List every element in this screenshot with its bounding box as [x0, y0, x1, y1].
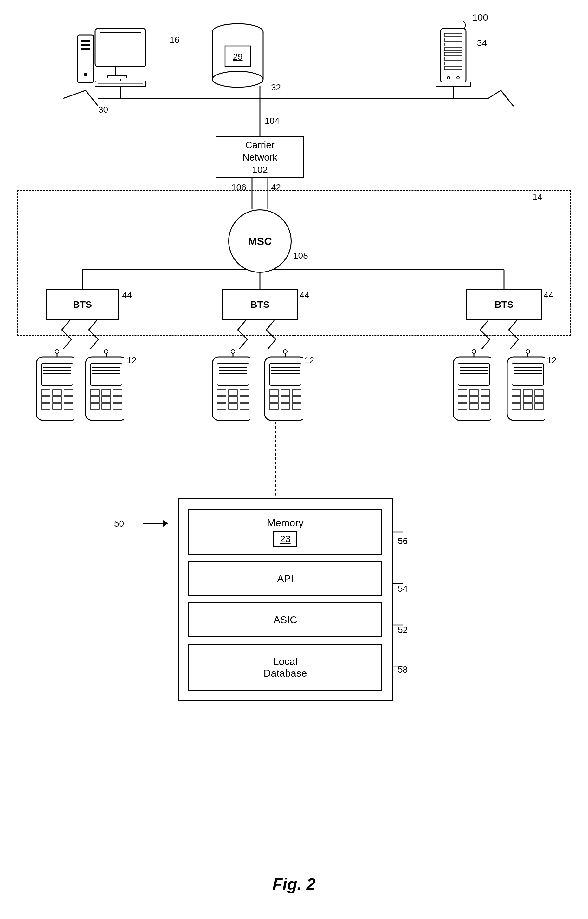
- carrier-network-num: 102: [242, 164, 277, 176]
- svg-rect-66: [53, 404, 61, 409]
- server-device: [431, 25, 475, 95]
- local-db-section: Local Database: [188, 643, 382, 691]
- svg-rect-116: [270, 397, 278, 402]
- svg-rect-119: [270, 404, 278, 409]
- carrier-network-box: Carrier Network 102: [216, 136, 304, 178]
- svg-rect-67: [64, 404, 73, 409]
- svg-rect-136: [481, 397, 490, 402]
- database-device: 29: [206, 16, 270, 95]
- svg-rect-82: [113, 397, 122, 402]
- svg-rect-64: [64, 397, 73, 402]
- phone-4: [258, 349, 303, 422]
- svg-rect-40: [444, 38, 462, 41]
- svg-line-3: [488, 91, 501, 98]
- asic-section: ASIC: [188, 602, 382, 637]
- section-lines: [393, 498, 412, 701]
- carrier-network-label: Carrier Network: [242, 139, 277, 164]
- svg-rect-63: [53, 397, 61, 402]
- svg-rect-154: [535, 397, 544, 402]
- svg-rect-114: [281, 389, 290, 395]
- svg-point-87: [231, 350, 235, 353]
- svg-rect-78: [102, 389, 111, 395]
- local-db-label: Local Database: [264, 656, 307, 679]
- svg-rect-21: [116, 66, 119, 76]
- svg-rect-157: [535, 404, 544, 409]
- label-44-mid: 44: [300, 290, 309, 300]
- svg-rect-103: [240, 404, 249, 409]
- svg-rect-44: [444, 57, 462, 60]
- svg-rect-43: [444, 52, 462, 55]
- svg-rect-59: [41, 389, 50, 395]
- svg-point-49: [457, 76, 459, 79]
- svg-rect-100: [240, 397, 249, 402]
- svg-rect-143: [512, 363, 544, 386]
- svg-rect-65: [41, 404, 50, 409]
- label-12-2: 12: [304, 355, 314, 365]
- svg-rect-152: [512, 397, 521, 402]
- svg-rect-89: [217, 363, 249, 386]
- svg-rect-71: [90, 363, 122, 386]
- label-44-left: 44: [122, 290, 132, 300]
- svg-rect-138: [470, 404, 478, 409]
- label-32: 32: [271, 83, 281, 92]
- svg-rect-95: [217, 389, 226, 395]
- label-34: 34: [477, 38, 487, 48]
- svg-rect-77: [90, 389, 99, 395]
- svg-rect-45: [444, 62, 462, 65]
- svg-rect-155: [512, 404, 521, 409]
- phone-3: [206, 349, 250, 422]
- svg-rect-83: [90, 404, 99, 409]
- device-box: Memory 23 API ASIC Local Database: [178, 498, 393, 701]
- label-14: 14: [533, 192, 542, 202]
- svg-point-51: [55, 350, 59, 353]
- svg-rect-47: [436, 82, 471, 87]
- svg-rect-125: [458, 363, 490, 386]
- memory-num-box: 23: [273, 532, 297, 546]
- label-100: 100: [472, 12, 488, 23]
- svg-point-48: [447, 76, 450, 79]
- svg-rect-153: [523, 397, 532, 402]
- svg-rect-121: [292, 404, 301, 409]
- svg-rect-107: [270, 363, 301, 386]
- svg-rect-41: [444, 43, 462, 46]
- label-44-right: 44: [544, 290, 554, 300]
- svg-rect-85: [113, 404, 122, 409]
- arrow-device: [143, 514, 181, 533]
- label-12-1: 12: [127, 355, 137, 365]
- svg-rect-22: [108, 76, 127, 78]
- svg-rect-62: [41, 397, 50, 402]
- svg-rect-134: [458, 397, 467, 402]
- svg-rect-80: [90, 397, 99, 402]
- svg-point-30: [84, 73, 87, 76]
- svg-rect-139: [481, 404, 490, 409]
- svg-rect-97: [240, 389, 249, 395]
- svg-rect-133: [481, 389, 490, 395]
- svg-point-141: [526, 350, 530, 353]
- svg-point-69: [104, 350, 108, 353]
- svg-point-35: [212, 71, 263, 87]
- label-12-3: 12: [547, 355, 557, 365]
- svg-point-105: [283, 350, 287, 353]
- bts-mid: BTS: [222, 289, 298, 320]
- svg-rect-53: [41, 363, 73, 386]
- svg-rect-60: [53, 389, 61, 395]
- label-16: 16: [170, 35, 179, 45]
- asic-label: ASIC: [273, 614, 297, 626]
- bts-right: BTS: [466, 289, 542, 320]
- svg-rect-84: [102, 404, 111, 409]
- memory-section: Memory 23: [188, 509, 382, 555]
- svg-point-123: [472, 350, 476, 353]
- computer-device: [76, 25, 165, 98]
- svg-rect-96: [229, 389, 237, 395]
- svg-rect-28: [81, 44, 90, 46]
- svg-rect-131: [458, 389, 467, 395]
- svg-rect-118: [292, 397, 301, 402]
- api-label: API: [277, 573, 294, 585]
- svg-rect-156: [523, 404, 532, 409]
- svg-rect-27: [81, 40, 90, 42]
- fig-label: Fig. 2: [273, 875, 316, 894]
- svg-rect-102: [229, 404, 237, 409]
- phone-6: [501, 349, 545, 422]
- svg-rect-101: [217, 404, 226, 409]
- svg-rect-61: [64, 389, 73, 395]
